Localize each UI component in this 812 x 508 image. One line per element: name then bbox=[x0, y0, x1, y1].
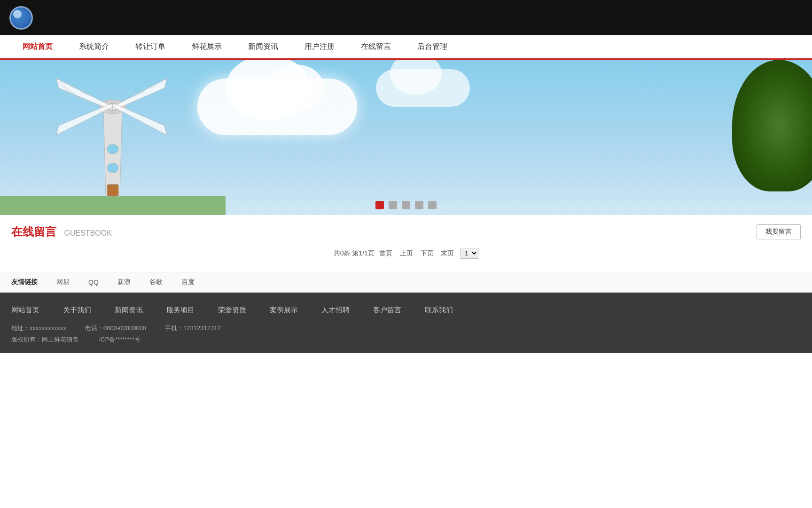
svg-rect-0 bbox=[0, 196, 226, 215]
slider-dots bbox=[375, 201, 437, 209]
guestbook-title: 在线留言 bbox=[11, 225, 56, 238]
page-info: 第1/1页 bbox=[352, 249, 374, 257]
footer-nav-cases[interactable]: 案例展示 bbox=[270, 306, 298, 315]
nav-item-guestbook[interactable]: 在线留言 bbox=[348, 35, 404, 59]
footer: 网站首页 关于我们 新闻资讯 服务项目 荣誉资质 案例展示 人才招聘 客户留言 … bbox=[0, 293, 812, 353]
footer-phone: 电话：0000-00000000 bbox=[85, 324, 146, 333]
svg-rect-20 bbox=[107, 163, 118, 173]
footer-nav-honor[interactable]: 荣誉资质 bbox=[218, 306, 246, 315]
total-count: 共0条 bbox=[334, 249, 351, 257]
svg-marker-4 bbox=[56, 79, 113, 111]
footer-nav-jobs[interactable]: 人才招聘 bbox=[321, 306, 350, 315]
footer-copyright: 版权所有：网上鲜花销售 ICP备********号 bbox=[11, 335, 801, 344]
nav-item-home[interactable]: 网站首页 bbox=[9, 35, 66, 60]
svg-rect-19 bbox=[107, 144, 118, 154]
friend-link-google[interactable]: 谷歌 bbox=[149, 278, 163, 286]
footer-info: 地址：xxxxxxxxxxxx 电话：0000-00000000 手机：1231… bbox=[11, 324, 801, 333]
friends-links-section: 友情链接 网易 QQ 新浪 谷歌 百度 bbox=[0, 272, 812, 293]
footer-nav-messages[interactable]: 客户留言 bbox=[373, 306, 401, 315]
footer-mobile: 手机：12312312312 bbox=[165, 324, 221, 333]
logo bbox=[9, 6, 33, 30]
nav-bar: 网站首页 系统简介 转让订单 鲜花展示 新闻资讯 用户注册 在线留言 后台管理 bbox=[0, 35, 812, 60]
friend-link-sina[interactable]: 新浪 bbox=[117, 278, 131, 286]
friend-link-wangyi[interactable]: 网易 bbox=[56, 278, 70, 286]
next-page-link[interactable]: 下页 bbox=[421, 249, 434, 257]
nav-item-register[interactable]: 用户注册 bbox=[291, 35, 348, 59]
friend-link-baidu[interactable]: 百度 bbox=[181, 278, 195, 286]
pagination: 共0条 第1/1页 首页 上页 下页 末页 1 bbox=[11, 244, 801, 262]
nav-item-intro[interactable]: 系统简介 bbox=[66, 35, 122, 59]
windmill-illustration bbox=[0, 69, 226, 215]
guestbook-title-area: 在线留言 GUESTBOOK bbox=[11, 224, 112, 239]
top-bar bbox=[0, 0, 812, 35]
guestbook-section: 在线留言 GUESTBOOK 我要留言 共0条 第1/1页 首页 上页 下页 末… bbox=[0, 215, 812, 272]
svg-rect-21 bbox=[107, 184, 118, 196]
page-select[interactable]: 1 bbox=[461, 248, 478, 259]
svg-marker-5 bbox=[113, 79, 167, 111]
cloud-decoration-2 bbox=[376, 69, 470, 107]
nav-item-order[interactable]: 转让订单 bbox=[122, 35, 179, 59]
guestbook-header: 在线留言 GUESTBOOK 我要留言 bbox=[11, 224, 801, 239]
slider-dot-3[interactable] bbox=[402, 201, 410, 209]
nav-item-news[interactable]: 新闻资讯 bbox=[235, 35, 291, 59]
icp-text: ICP备********号 bbox=[99, 336, 141, 343]
slider-dot-5[interactable] bbox=[428, 201, 437, 209]
slider-dot-4[interactable] bbox=[415, 201, 423, 209]
tree-foliage bbox=[732, 60, 812, 191]
footer-nav-contact[interactable]: 联系我们 bbox=[425, 306, 453, 315]
footer-nav-home[interactable]: 网站首页 bbox=[11, 306, 39, 315]
footer-nav-about[interactable]: 关于我们 bbox=[63, 306, 91, 315]
copyright-text: 版权所有：网上鲜花销售 bbox=[11, 336, 78, 343]
slider-dot-2[interactable] bbox=[389, 201, 397, 209]
nav-item-flowers[interactable]: 鲜花展示 bbox=[179, 35, 235, 59]
last-page-link[interactable]: 末页 bbox=[441, 249, 454, 257]
first-page-link[interactable]: 首页 bbox=[379, 249, 392, 257]
guestbook-subtitle: GUESTBOOK bbox=[64, 229, 111, 237]
friend-link-qq[interactable]: QQ bbox=[88, 278, 99, 286]
banner-slider bbox=[0, 60, 812, 215]
tree-decoration bbox=[727, 60, 812, 215]
footer-nav-services[interactable]: 服务项目 bbox=[166, 306, 195, 315]
slider-dot-1[interactable] bbox=[375, 201, 384, 209]
friends-links-label: 友情链接 bbox=[11, 278, 38, 286]
footer-nav-news[interactable]: 新闻资讯 bbox=[115, 306, 143, 315]
footer-nav: 网站首页 关于我们 新闻资讯 服务项目 荣誉资质 案例展示 人才招聘 客户留言 … bbox=[11, 306, 801, 315]
prev-page-link[interactable]: 上页 bbox=[400, 249, 413, 257]
nav-item-admin[interactable]: 后台管理 bbox=[404, 35, 461, 59]
footer-address: 地址：xxxxxxxxxxxx bbox=[11, 324, 66, 333]
leave-message-button[interactable]: 我要留言 bbox=[757, 224, 801, 239]
